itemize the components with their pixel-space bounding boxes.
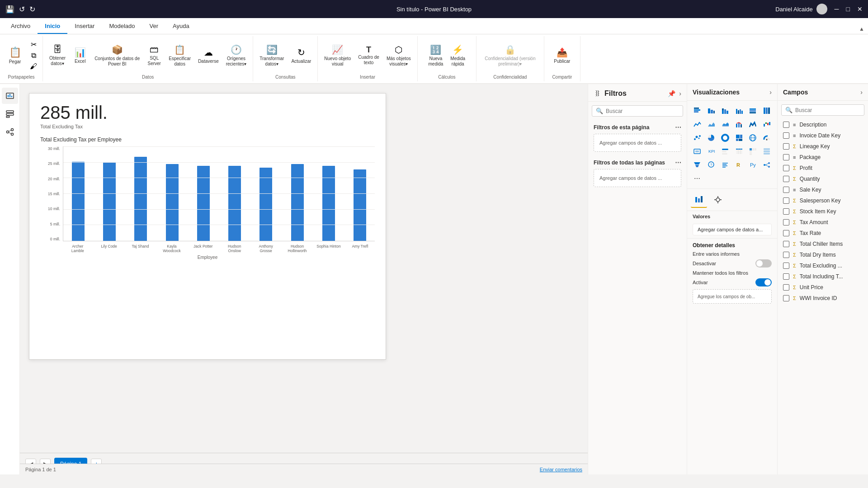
field-checkbox-tci[interactable] (783, 241, 789, 247)
field-checkbox-ti[interactable] (783, 273, 789, 280)
tab-inicio[interactable]: Inicio (38, 19, 67, 34)
viz-area[interactable] (705, 118, 717, 131)
field-tax-rate[interactable]: Σ Tax Rate (778, 228, 868, 239)
report-canvas[interactable]: 285 mill. Total Excluding Tax Total Excl… (29, 93, 386, 360)
cortar-button[interactable]: ✂ (28, 39, 39, 50)
viz-line[interactable] (691, 118, 703, 131)
viz-gauge[interactable] (760, 131, 773, 144)
confidencialidad-button[interactable]: 🔒 Confidencialidad (versiónpreliminar)▾ (482, 42, 538, 69)
filters-page-ellipsis[interactable]: ⋯ (675, 124, 681, 131)
viz-waterfall[interactable] (760, 118, 773, 131)
bar-lily[interactable] (94, 162, 124, 241)
field-total-including[interactable]: Σ Total Including T... (778, 271, 868, 282)
viz-clustered-col[interactable] (733, 104, 745, 117)
field-unit-price[interactable]: Σ Unit Price (778, 282, 868, 293)
viz-panel-expand-icon[interactable]: › (769, 89, 772, 96)
nueva-medida-button[interactable]: 🔢 Nuevamedida (426, 42, 446, 69)
field-checkbox-sk[interactable] (783, 187, 789, 193)
filters-expand-icon[interactable]: › (679, 90, 681, 97)
field-checkbox-spk[interactable] (783, 197, 789, 204)
field-checkbox-description[interactable] (783, 122, 789, 128)
viz-qna[interactable]: ? (705, 159, 717, 171)
field-salesperson-key[interactable]: Σ Salesperson Key (778, 195, 868, 206)
save-icon[interactable]: 💾 (5, 5, 14, 14)
viz-stacked-col[interactable] (719, 104, 731, 117)
od-activar-toggle[interactable] (755, 278, 772, 286)
field-checkbox-sik[interactable] (783, 208, 789, 215)
mas-objetos-button[interactable]: ⬡ Más objetosvisuales▾ (384, 42, 414, 69)
viz-slicer[interactable] (719, 145, 731, 158)
field-total-excluding[interactable]: Σ Total Excluding ... (778, 260, 868, 271)
bar-taj[interactable] (126, 157, 156, 241)
viz-python[interactable]: Py (746, 159, 759, 171)
dataverse-button[interactable]: ☁ Dataverse (195, 45, 222, 66)
tab-ayuda[interactable]: Ayuda (165, 19, 197, 34)
viz-decomp-tree[interactable] (760, 159, 773, 171)
obtener-datos-button[interactable]: 🗄 Obtenerdatos▾ (47, 42, 68, 68)
sidebar-icon-data[interactable] (2, 106, 18, 122)
viz-pie[interactable] (705, 131, 717, 144)
fields-expand-icon[interactable]: › (860, 89, 863, 96)
medida-rapida-button[interactable]: ⚡ Medidarápida (448, 42, 468, 69)
viz-donut[interactable] (719, 131, 731, 144)
field-checkbox-wwi[interactable] (783, 295, 789, 301)
viz-clustered-bar[interactable] (705, 104, 717, 117)
field-checkbox-idk[interactable] (783, 132, 789, 139)
filters-search-input[interactable] (606, 108, 679, 114)
tab-insertar[interactable]: Insertar (67, 19, 102, 34)
undo-icon[interactable]: ↺ (19, 5, 25, 14)
field-checkbox-te[interactable] (783, 263, 789, 269)
copiar-button[interactable]: ⧉ (28, 51, 39, 61)
formatpaint-button[interactable]: 🖌 (28, 61, 39, 71)
viz-multi-row-card[interactable] (760, 145, 773, 158)
viz-100-stacked-bar[interactable] (746, 104, 759, 117)
tab-ver[interactable]: Ver (142, 19, 166, 34)
tab-archivo[interactable]: Archivo (4, 19, 38, 34)
bar-archer[interactable] (63, 162, 93, 241)
field-checkbox-profit[interactable] (783, 165, 789, 171)
bar-anthony[interactable] (251, 168, 281, 241)
field-total-dry[interactable]: Σ Total Dry Items (778, 249, 868, 260)
bar-kayla[interactable] (157, 164, 187, 241)
actualizar-button[interactable]: ↻ Actualizar (288, 45, 314, 66)
viz-treemap[interactable] (733, 131, 745, 144)
field-checkbox-up[interactable] (783, 284, 789, 291)
fields-search-box[interactable]: 🔍 (781, 104, 864, 116)
field-quantity[interactable]: Σ Quantity (778, 174, 868, 184)
nuevo-objeto-button[interactable]: 📈 Nuevo objetovisual (321, 42, 354, 69)
publicar-button[interactable]: 📤 Publicar (551, 45, 573, 66)
bar-jack[interactable] (189, 166, 218, 241)
field-tax-amount[interactable]: Σ Tax Amount (778, 217, 868, 228)
field-wwi-invoice[interactable]: Σ WWI Invoice ID (778, 293, 868, 304)
viz-line-clustered[interactable] (733, 118, 745, 131)
pegar-button[interactable]: 📋 Pegar (4, 45, 26, 66)
sidebar-icon-report[interactable] (2, 88, 18, 104)
viz-r-script[interactable]: R (733, 159, 745, 171)
filters-pin-icon[interactable]: 📌 (668, 90, 675, 97)
feedback-link[interactable]: Enviar comentarios (540, 467, 582, 472)
minimize-button[interactable]: ─ (835, 5, 839, 13)
filters-all-pages-ellipsis[interactable]: ⋯ (675, 159, 681, 166)
field-stock-item-key[interactable]: Σ Stock Item Key (778, 206, 868, 217)
filters-search-box[interactable]: 🔍 (592, 105, 683, 117)
viz-build-visual-icon[interactable] (691, 192, 707, 208)
viz-100-stacked-col[interactable] (760, 104, 773, 117)
collapse-ribbon-icon[interactable]: ▲ (859, 26, 864, 32)
viz-card[interactable] (691, 145, 703, 158)
field-sale-key[interactable]: ≡ Sale Key (778, 184, 868, 195)
field-checkbox-qty[interactable] (783, 176, 789, 182)
cuadro-texto-button[interactable]: T Cuadro detexto (355, 43, 382, 67)
viz-smart-narrative[interactable] (719, 159, 731, 171)
sql-button[interactable]: 🗃 SQLServer (144, 42, 164, 68)
tab-modelado[interactable]: Modelado (102, 19, 142, 34)
field-total-chiller[interactable]: Σ Total Chiller Items (778, 239, 868, 249)
viz-scatter[interactable] (691, 131, 703, 144)
viz-stacked-bar[interactable] (691, 104, 703, 117)
filters-all-pages-drop-zone[interactable]: Agregar campos de datos ... (594, 169, 681, 187)
viz-map[interactable] (746, 131, 759, 144)
field-checkbox-tr[interactable] (783, 230, 789, 236)
excel-button[interactable]: 📊 Excel (70, 45, 90, 66)
viz-table[interactable] (733, 145, 745, 158)
bar-hudson-o[interactable] (220, 166, 249, 241)
field-checkbox-lk[interactable] (783, 143, 789, 150)
